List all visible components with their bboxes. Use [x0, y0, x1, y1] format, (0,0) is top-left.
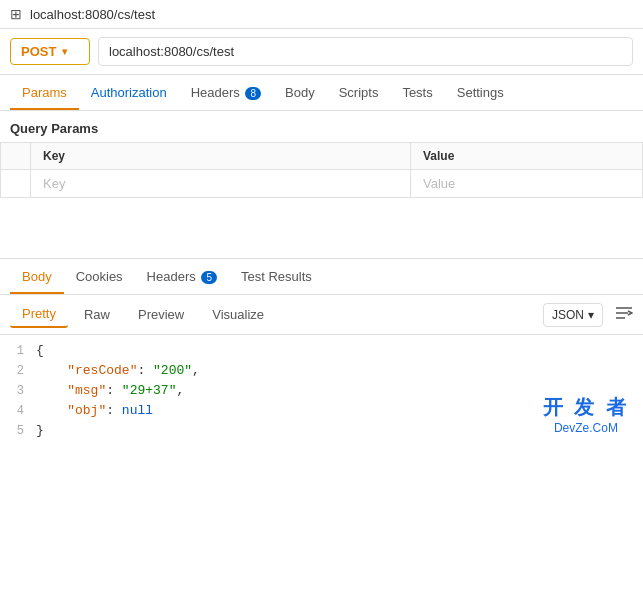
line-num-2: 2	[0, 363, 36, 378]
tab-body[interactable]: Body	[273, 75, 327, 110]
tab-headers[interactable]: Headers 8	[179, 75, 273, 110]
top-bar: ⊞ localhost:8080/cs/test	[0, 0, 643, 29]
top-bar-url: localhost:8080/cs/test	[30, 7, 155, 22]
spacer	[0, 198, 643, 258]
watermark: 开 发 者 DevZe.CoM	[543, 394, 629, 435]
format-bar: Pretty Raw Preview Visualize JSON ▾	[0, 295, 643, 335]
tab-response-body[interactable]: Body	[10, 259, 64, 294]
line-content-2: "resCode": "200",	[36, 363, 643, 378]
line-num-1: 1	[0, 343, 36, 358]
url-bar: POST ▾	[0, 29, 643, 75]
method-chevron-icon: ▾	[62, 46, 67, 57]
tab-test-results[interactable]: Test Results	[229, 259, 324, 294]
params-value-input[interactable]: Value	[411, 170, 643, 198]
params-empty-check	[1, 170, 31, 198]
line-num-5: 5	[0, 423, 36, 438]
format-tab-raw[interactable]: Raw	[72, 302, 122, 327]
tab-params[interactable]: Params	[10, 75, 79, 110]
line-num-4: 4	[0, 403, 36, 418]
response-headers-badge: 5	[201, 271, 217, 284]
app-icon: ⊞	[10, 6, 22, 22]
params-key-input[interactable]: Key	[31, 170, 411, 198]
format-tab-preview[interactable]: Preview	[126, 302, 196, 327]
format-tab-visualize[interactable]: Visualize	[200, 302, 276, 327]
method-label: POST	[21, 44, 56, 59]
url-input[interactable]	[98, 37, 633, 66]
params-table: Key Value Key Value	[0, 142, 643, 198]
tab-cookies[interactable]: Cookies	[64, 259, 135, 294]
wrap-icon[interactable]	[615, 306, 633, 323]
headers-badge: 8	[245, 87, 261, 100]
format-tab-pretty[interactable]: Pretty	[10, 301, 68, 328]
line-content-1: {	[36, 343, 643, 358]
tab-authorization[interactable]: Authorization	[79, 75, 179, 110]
params-key-header: Key	[31, 143, 411, 170]
query-params-header: Query Params	[0, 111, 643, 142]
method-select[interactable]: POST ▾	[10, 38, 90, 65]
code-line-2: 2 "resCode": "200",	[0, 363, 643, 383]
json-format-select[interactable]: JSON ▾	[543, 303, 603, 327]
response-tabs: Body Cookies Headers 5 Test Results	[0, 259, 643, 295]
line-num-3: 3	[0, 383, 36, 398]
params-row-empty: Key Value	[1, 170, 643, 198]
code-line-1: 1 {	[0, 343, 643, 363]
watermark-line2: DevZe.CoM	[543, 421, 629, 435]
tab-scripts[interactable]: Scripts	[327, 75, 391, 110]
request-tabs: Params Authorization Headers 8 Body Scri…	[0, 75, 643, 111]
params-check-col	[1, 143, 31, 170]
tab-response-headers[interactable]: Headers 5	[135, 259, 229, 294]
params-value-header: Value	[411, 143, 643, 170]
tab-settings[interactable]: Settings	[445, 75, 516, 110]
watermark-line1: 开 发 者	[543, 394, 629, 421]
tab-tests[interactable]: Tests	[390, 75, 444, 110]
